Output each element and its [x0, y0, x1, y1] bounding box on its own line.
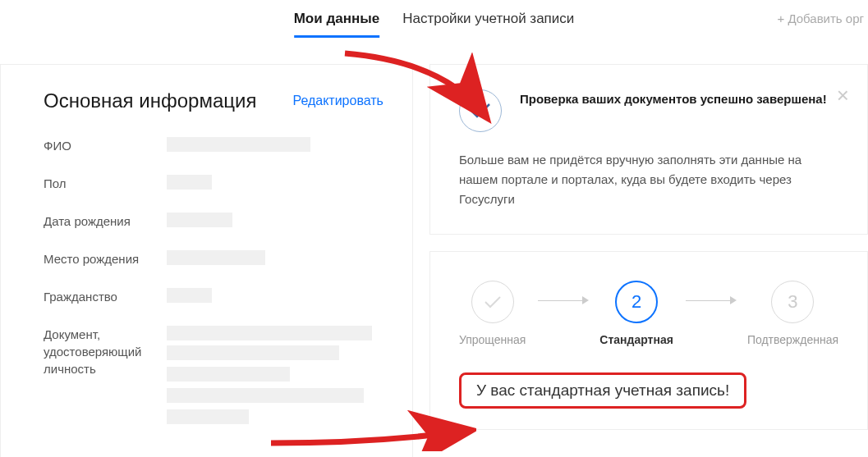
row-birth-date: Дата рождения	[44, 213, 383, 232]
add-organization-link[interactable]: + Добавить орг	[777, 11, 864, 25]
value-birth-date	[167, 213, 383, 232]
value-gender	[167, 175, 383, 194]
main-content: Основная информация Редактировать ФИО По…	[0, 39, 868, 457]
success-title: Проверка ваших документов успешно заверш…	[520, 89, 827, 109]
success-row: Проверка ваших документов успешно заверш…	[459, 89, 838, 132]
row-birth-place: Место рождения	[44, 250, 383, 270]
tab-account-settings[interactable]: Настройки учетной записи	[402, 11, 574, 38]
value-citizenship	[167, 288, 383, 308]
steps-row: Упрощенная 2 Стандартная 3 Подтвержденна…	[459, 281, 838, 346]
value-fio	[167, 137, 383, 157]
basic-info-card: Основная информация Редактировать ФИО По…	[0, 64, 413, 457]
basic-info-header: Основная информация Редактировать	[44, 89, 383, 112]
row-citizenship: Гражданство	[44, 288, 383, 308]
step-1-label: Упрощенная	[459, 333, 526, 346]
step-3: 3 Подтвержденная	[747, 281, 838, 346]
right-column: × Проверка ваших документов успешно заве…	[429, 64, 868, 457]
label-id-doc: Документ, удостоверяющий личность	[44, 326, 167, 377]
step-arrow-1	[538, 300, 587, 301]
row-gender: Пол	[44, 175, 383, 194]
tab-my-data[interactable]: Мои данные	[294, 11, 379, 38]
tabs-bar: Мои данные Настройки учетной записи + До…	[0, 0, 868, 39]
success-desc: Больше вам не придётся вручную заполнять…	[459, 150, 838, 209]
row-fio: ФИО	[44, 137, 383, 157]
label-citizenship: Гражданство	[44, 288, 167, 305]
close-icon[interactable]: ×	[837, 83, 849, 108]
step-arrow-2	[686, 300, 735, 301]
success-card: × Проверка ваших документов успешно заве…	[429, 64, 868, 235]
check-icon	[459, 89, 502, 132]
step-2-label: Стандартная	[599, 333, 673, 346]
step-3-circle: 3	[771, 281, 814, 323]
value-id-doc	[167, 326, 383, 429]
row-id-doc: Документ, удостоверяющий личность	[44, 326, 383, 429]
account-status-box: У вас стандартная учетная запись!	[459, 372, 746, 409]
step-2-circle: 2	[615, 281, 658, 323]
edit-link[interactable]: Редактировать	[292, 94, 383, 108]
label-gender: Пол	[44, 175, 167, 192]
step-1: Упрощенная	[459, 281, 526, 346]
value-birth-place	[167, 250, 383, 270]
step-2: 2 Стандартная	[599, 281, 673, 346]
label-birth-place: Место рождения	[44, 250, 167, 267]
tabs-center: Мои данные Настройки учетной записи	[294, 11, 575, 38]
account-level-card: Упрощенная 2 Стандартная 3 Подтвержденна…	[429, 251, 868, 430]
step-1-circle	[471, 281, 514, 323]
label-birth-date: Дата рождения	[44, 213, 167, 230]
step-3-label: Подтвержденная	[747, 333, 838, 346]
basic-info-title: Основная информация	[44, 89, 256, 112]
label-fio: ФИО	[44, 137, 167, 154]
